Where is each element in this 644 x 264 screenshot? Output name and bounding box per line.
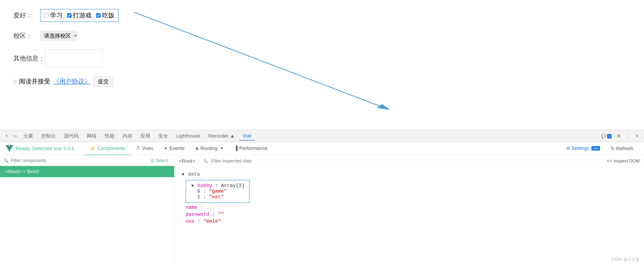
vue-left-panel: 🔍 ◎ Select <Root> = $vm0: [0, 155, 174, 264]
tab-recorder[interactable]: Recorder ▲: [205, 132, 238, 140]
sex-value: "male": [203, 219, 221, 224]
name-row: name : ...: [186, 205, 637, 210]
routing-icon: ◈: [195, 146, 198, 151]
breadcrumb-arrow-icon: ›: [198, 159, 200, 163]
cursor-icon[interactable]: ↖: [4, 132, 10, 140]
hobby-0-row: 0 : "game": [197, 189, 245, 194]
refresh-icon: ↻: [611, 146, 615, 151]
code-icon: <>: [607, 158, 612, 164]
tab-application[interactable]: 应用: [137, 131, 154, 141]
data-panel: ▼ data ▼ hobby : Array[2]: [174, 167, 644, 264]
component-list: <Root> = $vm0: [0, 166, 174, 264]
filter-components-input[interactable]: [11, 158, 145, 163]
campus-label: 校区：: [14, 32, 40, 40]
inspect-dom-button[interactable]: <> Inspect DOM: [607, 158, 640, 164]
settings-icon: ⚙: [566, 146, 570, 151]
vue-nav: ⚡ Components ⏱ Vuex ✦ Events ◈ Routing ▼…: [84, 142, 323, 155]
more-options-icon[interactable]: ⋮: [624, 132, 632, 140]
events-icon: ✦: [164, 146, 168, 151]
data-section-toggle[interactable]: ▼: [181, 172, 185, 177]
password-key: password: [186, 212, 209, 217]
hobby-0-value: "game": [209, 189, 227, 194]
devtools-topbar: ↖ ▭ 元素 控制台 源代码 网络 性能 内存 应用 安全 Lighthouse…: [0, 130, 644, 142]
name-key: name: [186, 205, 198, 210]
components-icon: ⚡: [90, 146, 96, 151]
tab-elements[interactable]: 元素: [20, 131, 37, 141]
filter-data-input[interactable]: [211, 158, 603, 164]
hobby-study-checkbox[interactable]: [44, 13, 49, 18]
hobby-box: ▼ hobby : Array[2] 0 : "game": [186, 180, 250, 203]
search-icon: 🔍: [4, 158, 8, 163]
root-component-item[interactable]: <Root> = $vm0: [0, 166, 174, 177]
hobby-key-row: ▼ hobby : Array[2]: [190, 183, 245, 189]
refresh-button[interactable]: ↻ Refresh: [605, 144, 639, 153]
hobby-toggle[interactable]: ▼: [190, 183, 194, 188]
tab-performance[interactable]: 性能: [101, 131, 118, 141]
hobby-eat-checkbox[interactable]: [96, 13, 100, 18]
submit-button[interactable]: 提交: [93, 76, 113, 87]
agree-text: 阅读并接受: [19, 77, 50, 86]
devtools-right-icons: 💬 1 ⚙ ⋮ ✕: [599, 132, 640, 140]
close-devtools-icon[interactable]: ✕: [634, 132, 640, 140]
inspect-bar: <Root> › 🔍 <> Inspect DOM: [174, 155, 644, 167]
nav-events[interactable]: ✦ Events: [158, 142, 190, 155]
hobby-label: 爱好：: [14, 11, 40, 20]
hobby-study-item: 学习: [44, 11, 62, 20]
hobby-key: hobby: [198, 183, 212, 189]
other-label: 其他信息：: [14, 54, 45, 63]
routing-chevron-icon: ▼: [220, 146, 224, 150]
hobby-row: 爱好： 学习 打游戏 吃饭: [14, 9, 630, 22]
hobby-study-label: 学习: [50, 11, 62, 20]
campus-select[interactable]: 请选择校区: [40, 31, 77, 41]
hobby-type: Array[2]: [221, 183, 245, 189]
nav-settings[interactable]: ⚙ Settings new: [561, 142, 605, 155]
vue-right-panel: <Root> › 🔍 <> Inspect DOM ▼ data: [174, 155, 644, 264]
hobby-1-value: "eat": [209, 194, 224, 200]
nav-vuex[interactable]: ⏱ Vuex: [130, 142, 158, 155]
search-data-icon: 🔍: [203, 159, 208, 163]
hobby-checkbox-group: 学习 打游戏 吃饭: [40, 9, 118, 22]
select-icon: ◎: [150, 158, 154, 163]
vuex-icon: ⏱: [136, 146, 140, 151]
nav-routing[interactable]: ◈ Routing ▼: [190, 142, 229, 155]
vue-logo-icon: [5, 145, 14, 153]
password-value: "": [218, 212, 224, 217]
other-row: 其他信息：: [14, 50, 630, 67]
tab-vue[interactable]: Vue: [239, 132, 255, 140]
hobby-items: 0 : "game" 1 : "eat": [197, 189, 245, 200]
messages-icon[interactable]: 💬 1: [599, 132, 613, 140]
hobby-game-label: 打游戏: [73, 11, 92, 20]
tab-console[interactable]: 控制台: [38, 131, 60, 141]
sex-key: sex: [186, 219, 194, 224]
tab-lighthouse[interactable]: Lighthouse: [173, 132, 204, 140]
hobby-game-item: 打游戏: [67, 11, 92, 20]
vue-devtools-bar: Ready. Detected Vue 2.4.1. ⚡ Components …: [0, 142, 644, 155]
tab-source[interactable]: 源代码: [60, 131, 82, 141]
hobby-1-row: 1 : "eat": [197, 194, 245, 200]
select-button[interactable]: ◎ Select: [148, 157, 170, 164]
user-agreement-link[interactable]: 《用户协议》: [53, 77, 90, 86]
tab-network[interactable]: 网络: [83, 131, 100, 141]
data-tree: ▼ hobby : Array[2] 0 : "game": [186, 180, 637, 224]
device-icon[interactable]: ▭: [12, 132, 19, 140]
settings-new-badge: new: [592, 146, 600, 151]
settings-gear-icon[interactable]: ⚙: [615, 132, 622, 140]
badge: 1: [607, 134, 612, 138]
nav-performance[interactable]: ▐ Performance: [229, 142, 273, 155]
hobby-eat-item: 吃饭: [96, 11, 114, 20]
hobby-eat-label: 吃饭: [102, 11, 114, 20]
nav-components[interactable]: ⚡ Components: [84, 142, 130, 155]
watermark: CSDN @小大圣: [611, 257, 640, 262]
agree-checkbox[interactable]: [14, 80, 16, 83]
vue-content: 🔍 ◎ Select <Root> = $vm0 <Root> › 🔍: [0, 155, 644, 264]
other-textarea[interactable]: [45, 50, 103, 67]
sex-row: sex : "male": [186, 219, 637, 224]
filter-bar: 🔍 ◎ Select: [0, 155, 174, 166]
breadcrumb: <Root>: [179, 158, 195, 164]
tab-memory[interactable]: 内存: [119, 131, 136, 141]
hobby-1-key: 1: [197, 194, 200, 200]
hobby-game-checkbox[interactable]: [67, 13, 72, 18]
password-row: password : "": [186, 212, 637, 217]
vue-logo: Ready. Detected Vue 2.4.1.: [5, 145, 76, 153]
tab-security[interactable]: 安全: [155, 131, 172, 141]
